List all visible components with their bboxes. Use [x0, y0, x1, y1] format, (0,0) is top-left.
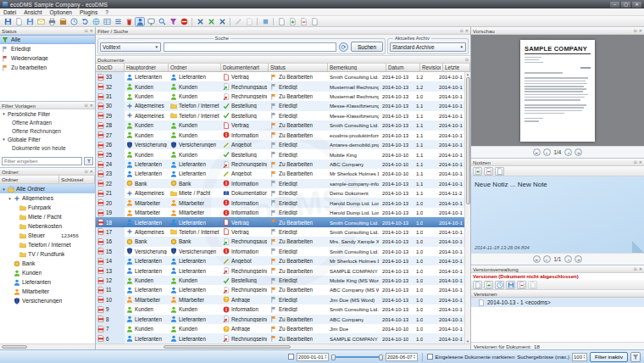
search-mode-dropdown[interactable]: Volltext ▼	[100, 42, 161, 52]
close-button[interactable]: ✕	[632, 2, 641, 8]
menu-plugins[interactable]: Plugins	[79, 9, 98, 15]
filter-item-offene-rechnungen[interactable]: Offene Rechnungen	[0, 126, 95, 135]
search-input[interactable]	[164, 42, 336, 52]
archive-dropdown[interactable]: Standard Archive ▼	[390, 42, 466, 52]
document-row[interactable]: 21AllgemeinesMiete / PachtDokumentationE…	[96, 188, 464, 198]
folder-miete-pacht[interactable]: Miete / Pacht	[0, 212, 95, 221]
document-row[interactable]: 22BankBankInformationErledigtsample-comp…	[96, 179, 464, 188]
column-header-bemerkung[interactable]: Bemerkung	[328, 64, 386, 71]
save-button[interactable]	[3, 17, 13, 26]
document-row[interactable]: 27KundenKundenInformationZu Bearbeitenec…	[96, 131, 464, 140]
pin-icon[interactable]: ⊙	[634, 28, 637, 33]
close-icon[interactable]: ✕	[639, 266, 642, 271]
folder-nebenkosten[interactable]: Nebenkosten	[0, 221, 95, 231]
document-row[interactable]: 25KundenKundenBestellungErledigtMobile K…	[96, 149, 464, 159]
mark-documents-checkbox[interactable]	[427, 354, 433, 360]
next-page-icon[interactable]: ›	[564, 148, 572, 156]
folder-telefon-internet[interactable]: Telefon / Internet	[0, 240, 95, 249]
classify-button[interactable]	[195, 17, 205, 26]
add-note-button[interactable]	[473, 167, 482, 176]
close-icon[interactable]: ✕	[90, 103, 93, 108]
stop-button[interactable]	[179, 17, 189, 26]
pin-icon[interactable]: ⊙	[634, 159, 637, 165]
table-view-button[interactable]	[102, 17, 112, 26]
next-note-icon[interactable]: ›	[564, 255, 572, 263]
folder-filter-input[interactable]	[2, 157, 82, 165]
remove-version-button[interactable]	[298, 17, 308, 26]
documents-horizontal-scrollbar[interactable]	[96, 343, 470, 349]
filter-group-pers-nliche-filter[interactable]: ▾Persönliche Filter	[0, 109, 95, 118]
save-all-button[interactable]	[25, 17, 35, 26]
version-delete-button[interactable]	[517, 281, 526, 289]
refresh-search-icon[interactable]: ⟳	[339, 42, 348, 52]
folder-filter-button[interactable]	[84, 157, 93, 165]
menu-optionen[interactable]: Optionen	[49, 9, 73, 15]
document-row[interactable]: 24LieferantenLieferantenRechnungseingang…	[96, 159, 464, 169]
column-header-status[interactable]: Status	[269, 64, 328, 71]
classify-add-button[interactable]	[206, 17, 216, 26]
date-from-spinner[interactable]: 2000-01-01 ▲▼	[297, 353, 329, 361]
date-range-slider[interactable]	[331, 353, 383, 361]
column-header-ordner[interactable]: Ordner	[169, 64, 221, 71]
close-icon[interactable]: ✕	[639, 159, 642, 165]
document-row[interactable]: 31KundenKundenRechnungseingangZu Bearbei…	[96, 92, 464, 101]
document-row[interactable]: 14LieferantenLieferantenAngebotZu Bearbe…	[96, 256, 464, 265]
filter-inactive-button[interactable]: Filter inaktiv	[590, 352, 628, 362]
history-button[interactable]	[69, 17, 79, 26]
close-icon[interactable]: ✕	[465, 28, 469, 33]
pin-icon[interactable]: ⊙	[85, 169, 88, 174]
document-row[interactable]: 15VersicherungenVersicherungenInformatio…	[96, 247, 464, 256]
version-history-button[interactable]	[495, 281, 504, 289]
send-mail-button[interactable]	[36, 17, 46, 26]
archive-button[interactable]	[58, 17, 68, 26]
folder-tv-rundfunk[interactable]: TV / Rundfunk	[0, 249, 95, 259]
document-row[interactable]: 6LieferantenLieferantenRechnungseingangZ…	[96, 333, 464, 343]
previous-note-icon[interactable]: ‹	[543, 255, 551, 263]
add-version-button[interactable]	[287, 17, 297, 26]
column-header-hauptordner[interactable]: Hauptordner	[125, 64, 169, 71]
document-row[interactable]: 11LieferantenLieferantenRechnungseingang…	[96, 285, 464, 294]
folder-bank[interactable]: Bank	[0, 259, 95, 268]
column-header-revision[interactable]: Revision	[420, 64, 443, 71]
version-add-button[interactable]	[484, 281, 493, 289]
version-item[interactable]: 2014-10-13 - 1 <ecodms>	[471, 298, 644, 307]
document-row[interactable]: 32KundenKundenRechnungsausgangErledigtMu…	[96, 81, 464, 91]
document-row[interactable]: 28KundenKundenVertragZu BearbeitenSmith …	[96, 120, 464, 130]
folder-kunden[interactable]: Kunden	[0, 268, 95, 277]
document-row[interactable]: 16BankBankRechnungsausgangZu BearbeitenM…	[96, 237, 464, 246]
filter-button[interactable]	[168, 17, 178, 26]
column-header-datum[interactable]: Datum	[386, 64, 420, 71]
close-version-button[interactable]	[309, 17, 319, 26]
document-row[interactable]: 30AllgemeinesTelefon / InternetBestellun…	[96, 101, 464, 110]
search-button[interactable]: Suchen	[351, 42, 383, 52]
document-row[interactable]: 19MitarbeiterMitarbeiterInformationErled…	[96, 208, 464, 217]
max-results-spinbox[interactable]: 100 ▲▼	[572, 353, 587, 361]
inbox-button[interactable]	[135, 17, 145, 26]
document-row[interactable]: 18LieferantenLieferantenVertragZu Bearbe…	[96, 217, 464, 226]
filter-item-dokumente-von-heute[interactable]: Dokumente von heute	[0, 143, 95, 152]
note-text-button[interactable]	[495, 167, 504, 176]
filter-group-globale-filter[interactable]: ▾Globale Filter	[0, 135, 95, 143]
pin-icon[interactable]: ⊙	[634, 266, 637, 271]
search-button[interactable]	[157, 17, 167, 26]
pin-icon[interactable]: ⊙	[85, 103, 88, 108]
document-row[interactable]: 8LieferantenLieferantenRechnungseingangZ…	[96, 315, 464, 324]
web-access-button[interactable]	[91, 17, 101, 26]
refresh-button[interactable]	[80, 17, 90, 26]
document-row[interactable]: 33LieferantenLieferantenVertragZu Bearbe…	[96, 72, 464, 81]
document-row[interactable]: 7KundenKundenAnfrageZu BearbeitenJim Doe…	[96, 324, 464, 333]
folder-lieferanten[interactable]: Lieferanten	[0, 277, 95, 287]
document-row[interactable]: 10MitarbeiterMitarbeiterAnfrageErledigtJ…	[96, 295, 464, 304]
new-document-button[interactable]	[14, 17, 24, 26]
menu-item[interactable]: ?	[104, 9, 109, 15]
maximize-button[interactable]: ▢	[621, 2, 630, 8]
document-row[interactable]: 23LieferantenLieferantenAngebotZu Bearbe…	[96, 169, 464, 178]
pin-icon[interactable]: ⊙	[460, 28, 464, 33]
edit-document-button[interactable]	[233, 17, 243, 26]
folder-steuer[interactable]: Steuer123456	[0, 231, 95, 240]
first-page-icon[interactable]: «	[533, 148, 541, 156]
version-finalize-button[interactable]	[528, 281, 537, 289]
note-card[interactable]: Neue Notiz ... New Note 2014-11-18 13:26…	[471, 176, 644, 253]
list-view-button[interactable]	[113, 17, 123, 26]
pin-icon[interactable]: ⊙	[465, 57, 469, 62]
